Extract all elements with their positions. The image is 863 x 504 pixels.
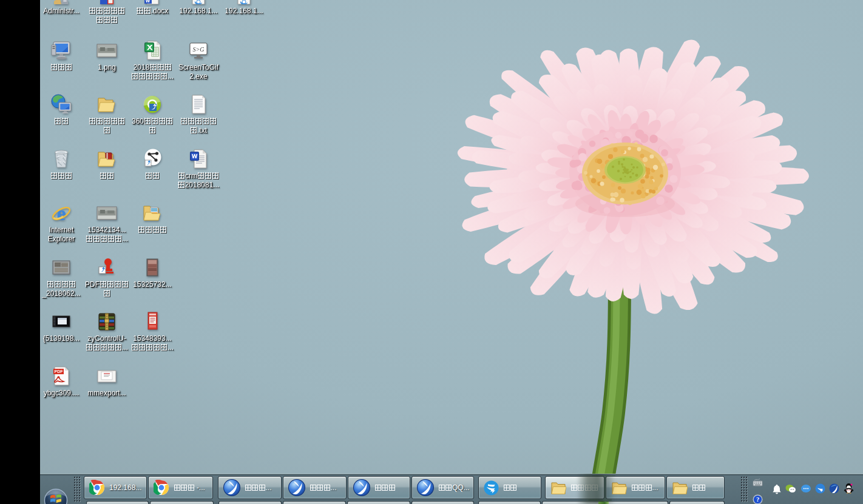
svg-text:e: e (56, 203, 66, 223)
svg-text:S>G: S>G (193, 46, 205, 53)
svg-text:?: ? (756, 496, 759, 503)
svg-text:PDF: PDF (55, 369, 64, 374)
